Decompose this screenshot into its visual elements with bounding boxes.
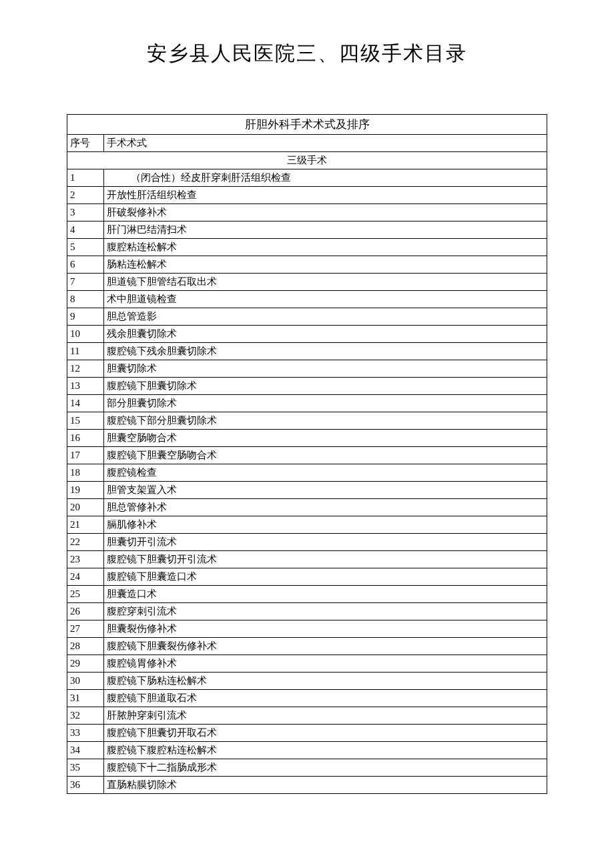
proc-cell: 膈肌修补术 xyxy=(104,516,547,534)
table-row: 32肝脓肿穿刺引流术 xyxy=(67,707,547,725)
table-row: 4肝门淋巴结清扫术 xyxy=(67,222,547,239)
page-title: 安乡县人民医院三、四级手术目录 xyxy=(67,40,547,67)
table-row: 17腹腔镜下胆囊空肠吻合术 xyxy=(67,447,547,464)
table-row: 15腹腔镜下部分胆囊切除术 xyxy=(67,412,547,430)
table-row: 2开放性肝活组织检查 xyxy=(67,187,547,204)
seq-cell: 18 xyxy=(67,464,104,482)
proc-cell: 肠粘连松解术 xyxy=(104,256,547,274)
table-row: 22胆囊切开引流术 xyxy=(67,534,547,551)
seq-cell: 12 xyxy=(67,360,104,378)
table-row: 11腹腔镜下残余胆囊切除术 xyxy=(67,343,547,360)
seq-cell: 25 xyxy=(67,586,104,603)
table-row: 7胆道镜下胆管结石取出术 xyxy=(67,274,547,291)
seq-cell: 13 xyxy=(67,378,104,395)
seq-cell: 19 xyxy=(67,482,104,499)
section-row: 三级手术 xyxy=(67,152,547,169)
seq-cell: 8 xyxy=(67,291,104,308)
seq-cell: 11 xyxy=(67,343,104,360)
seq-cell: 28 xyxy=(67,638,104,655)
column-header-row: 序号 手术术式 xyxy=(67,135,547,152)
seq-cell: 21 xyxy=(67,516,104,534)
seq-cell: 9 xyxy=(67,308,104,326)
table-row: 9胆总管造影 xyxy=(67,308,547,326)
seq-cell: 2 xyxy=(67,187,104,204)
seq-cell: 31 xyxy=(67,690,104,707)
table-row: 13腹腔镜下胆囊切除术 xyxy=(67,378,547,395)
proc-cell: 胆总管修补术 xyxy=(104,499,547,516)
seq-cell: 1 xyxy=(67,169,104,187)
proc-cell: 腹腔镜检查 xyxy=(104,464,547,482)
table-row: 27胆囊裂伤修补术 xyxy=(67,620,547,638)
proc-cell: 胆囊空肠吻合术 xyxy=(104,430,547,447)
section-label: 三级手术 xyxy=(67,152,547,169)
proc-cell: 胆道镜下胆管结石取出术 xyxy=(104,274,547,291)
table-row: 1（闭合性）经皮肝穿刺肝活组织检查 xyxy=(67,169,547,187)
table-row: 26腹腔穿刺引流术 xyxy=(67,603,547,620)
seq-cell: 35 xyxy=(67,759,104,777)
table-row: 12胆囊切除术 xyxy=(67,360,547,378)
table-row: 29腹腔镜胃修补术 xyxy=(67,655,547,673)
table-row: 34腹腔镜下腹腔粘连松解术 xyxy=(67,742,547,759)
seq-cell: 22 xyxy=(67,534,104,551)
proc-cell: 腹腔镜下胆囊空肠吻合术 xyxy=(104,447,547,464)
seq-cell: 20 xyxy=(67,499,104,516)
seq-cell: 30 xyxy=(67,673,104,690)
proc-cell: 胆囊切开引流术 xyxy=(104,534,547,551)
proc-cell: 腹腔镜下胆囊切开引流术 xyxy=(104,551,547,568)
proc-cell: 腹腔镜下腹腔粘连松解术 xyxy=(104,742,547,759)
seq-cell: 33 xyxy=(67,725,104,742)
proc-cell: 腹腔镜下胆道取石术 xyxy=(104,690,547,707)
seq-cell: 29 xyxy=(67,655,104,673)
proc-cell: 腹腔镜下胆囊裂伤修补术 xyxy=(104,638,547,655)
proc-cell: 胆囊造口术 xyxy=(104,586,547,603)
seq-cell: 16 xyxy=(67,430,104,447)
proc-cell: 腹腔镜下胆囊切除术 xyxy=(104,378,547,395)
col-seq-header: 序号 xyxy=(67,135,104,152)
proc-cell: 腹腔镜下十二指肠成形术 xyxy=(104,759,547,777)
table-row: 21膈肌修补术 xyxy=(67,516,547,534)
proc-cell: 胆总管造影 xyxy=(104,308,547,326)
proc-cell: 术中胆道镜检查 xyxy=(104,291,547,308)
proc-cell: 腹腔镜下部分胆囊切除术 xyxy=(104,412,547,430)
proc-cell: 直肠粘膜切除术 xyxy=(104,777,547,794)
seq-cell: 14 xyxy=(67,395,104,412)
proc-cell: 腹腔镜下胆囊造口术 xyxy=(104,568,547,586)
table-row: 23腹腔镜下胆囊切开引流术 xyxy=(67,551,547,568)
proc-cell: 胆管支架置入术 xyxy=(104,482,547,499)
table-row: 31腹腔镜下胆道取石术 xyxy=(67,690,547,707)
proc-cell: 腹腔粘连松解术 xyxy=(104,239,547,256)
seq-cell: 4 xyxy=(67,222,104,239)
seq-cell: 23 xyxy=(67,551,104,568)
proc-cell: 肝门淋巴结清扫术 xyxy=(104,222,547,239)
proc-cell: 腹腔镜下肠粘连松解术 xyxy=(104,673,547,690)
table-header-row: 肝胆外科手术术式及排序 xyxy=(67,115,547,135)
table-row: 24腹腔镜下胆囊造口术 xyxy=(67,568,547,586)
table-row: 20胆总管修补术 xyxy=(67,499,547,516)
proc-cell: 肝脓肿穿刺引流术 xyxy=(104,707,547,725)
table-row: 19胆管支架置入术 xyxy=(67,482,547,499)
col-proc-header: 手术术式 xyxy=(104,135,547,152)
seq-cell: 10 xyxy=(67,326,104,343)
table-row: 3肝破裂修补术 xyxy=(67,204,547,222)
seq-cell: 34 xyxy=(67,742,104,759)
table-row: 28腹腔镜下胆囊裂伤修补术 xyxy=(67,638,547,655)
table-row: 5腹腔粘连松解术 xyxy=(67,239,547,256)
table-header: 肝胆外科手术术式及排序 xyxy=(67,115,547,135)
table-row: 6肠粘连松解术 xyxy=(67,256,547,274)
proc-cell: 部分胆囊切除术 xyxy=(104,395,547,412)
seq-cell: 36 xyxy=(67,777,104,794)
seq-cell: 6 xyxy=(67,256,104,274)
table-row: 36直肠粘膜切除术 xyxy=(67,777,547,794)
proc-cell: 腹腔穿刺引流术 xyxy=(104,603,547,620)
table-row: 33腹腔镜下胆囊切开取石术 xyxy=(67,725,547,742)
proc-cell: 肝破裂修补术 xyxy=(104,204,547,222)
table-row: 35腹腔镜下十二指肠成形术 xyxy=(67,759,547,777)
proc-cell: 腹腔镜胃修补术 xyxy=(104,655,547,673)
table-row: 18腹腔镜检查 xyxy=(67,464,547,482)
seq-cell: 32 xyxy=(67,707,104,725)
seq-cell: 7 xyxy=(67,274,104,291)
table-row: 10残余胆囊切除术 xyxy=(67,326,547,343)
seq-cell: 24 xyxy=(67,568,104,586)
proc-cell: （闭合性）经皮肝穿刺肝活组织检查 xyxy=(104,169,547,187)
table-row: 8术中胆道镜检查 xyxy=(67,291,547,308)
